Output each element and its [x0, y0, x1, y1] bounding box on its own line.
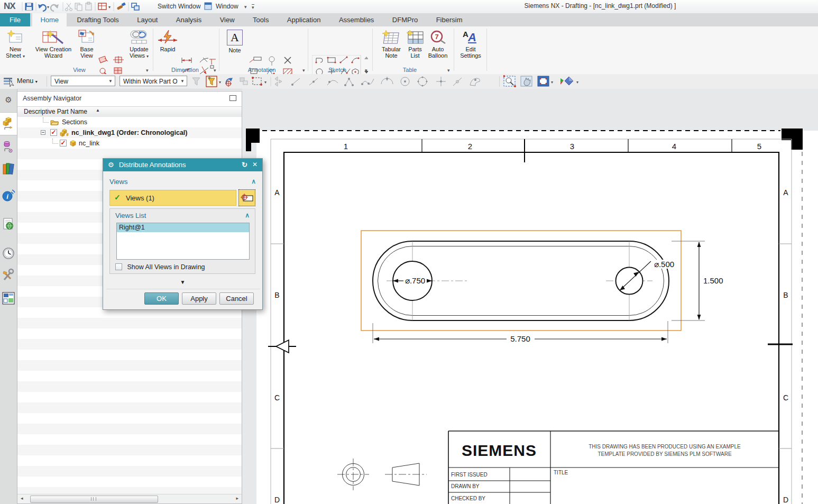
annotation-group-dialog-launcher-icon[interactable]: ▾	[302, 68, 305, 73]
update-views-button[interactable]: Update Views ▾	[127, 30, 151, 60]
snap-point-icon[interactable]	[225, 78, 233, 87]
views-section-collapse-icon[interactable]: ∧	[251, 178, 256, 185]
sketch-scroll-up-icon[interactable]	[364, 57, 368, 59]
chamfer-dimension-icon[interactable]	[200, 58, 208, 62]
select-view-button[interactable]	[238, 189, 255, 206]
dialog-reset-icon[interactable]: ↻	[242, 161, 247, 169]
show-all-checkbox[interactable]	[115, 263, 122, 270]
cancel-button[interactable]: Cancel	[219, 292, 254, 305]
table-group-dialog-launcher-icon[interactable]: ▾	[447, 68, 450, 73]
end-point-snap-icon[interactable]	[291, 78, 300, 86]
dialog-close-icon[interactable]: ✕	[252, 161, 258, 168]
base-view-button[interactable]: Base View	[77, 30, 96, 59]
tree-row-nc-link[interactable]: ✓ nc_link	[17, 138, 242, 149]
balloon-icon[interactable]	[269, 57, 274, 66]
tab-assemblies[interactable]: Assemblies	[331, 13, 382, 26]
tab-dfmpro[interactable]: DFMPro	[384, 13, 426, 26]
views-section-label[interactable]: Views	[109, 178, 127, 186]
sketch-group-dialog-launcher-icon[interactable]: ▾	[365, 68, 367, 73]
view-group-dialog-launcher-icon[interactable]: ▾	[146, 68, 149, 73]
tab-tools[interactable]: Tools	[245, 13, 277, 26]
rapid-dimension-button[interactable]: Rapid	[157, 30, 179, 52]
window-layout-icon[interactable]	[0, 289, 17, 308]
horizontal-scrollbar[interactable]: ◂ ▸	[17, 494, 242, 503]
views-list-collapse-icon[interactable]: ∧	[245, 212, 250, 219]
new-sheet-button[interactable]: New Sheet ▾	[3, 30, 27, 60]
filter-dropdown-icon[interactable]: ▾	[219, 80, 221, 85]
undo-icon[interactable]	[38, 4, 46, 11]
views-listbox[interactable]: Right@1	[116, 223, 250, 260]
format-brush-icon[interactable]	[117, 2, 126, 10]
panel-maximize-icon[interactable]	[229, 95, 236, 101]
fit-view-icon[interactable]	[538, 76, 549, 86]
system-tools-icon[interactable]	[0, 265, 17, 285]
marquee-select-icon[interactable]	[252, 77, 262, 86]
list-item-right-view[interactable]: Right@1	[117, 223, 249, 232]
snap-point-filter-icon[interactable]	[206, 76, 217, 87]
export-dropdown-icon[interactable]: ▾	[108, 5, 111, 10]
tab-layout[interactable]: Layout	[129, 13, 166, 26]
zoom-icon[interactable]	[503, 75, 516, 87]
export-displayed-part-icon[interactable]	[98, 3, 106, 10]
scroll-left-icon[interactable]: ◂	[21, 496, 23, 501]
auto-balloon-button[interactable]: 7 Auto Balloon	[425, 30, 451, 59]
tab-view[interactable]: View	[212, 13, 243, 26]
constraint-navigator-icon[interactable]	[0, 139, 17, 155]
linear-dimension-icon[interactable]	[182, 58, 191, 63]
rectangle-icon[interactable]	[327, 57, 336, 63]
arc-center-snap-icon[interactable]	[401, 77, 409, 86]
touch-explorer-icon[interactable]: i	[0, 186, 17, 205]
view-selector-dropdown-icon[interactable]: ▼	[108, 76, 113, 87]
web-browser-icon[interactable]	[0, 215, 17, 234]
selection-scope-dropdown-icon[interactable]: ▼	[180, 76, 185, 87]
line-icon[interactable]	[339, 56, 347, 63]
tab-drafting-tools[interactable]: Drafting Tools	[69, 13, 127, 26]
view-align-icon[interactable]	[113, 56, 124, 63]
marquee-dropdown-icon[interactable]: ▾	[264, 80, 266, 85]
leader-icon[interactable]	[250, 57, 261, 62]
undo-dropdown-icon[interactable]: ▾	[47, 5, 49, 10]
selection-scope-combo[interactable]: Within Work Part O ▼	[120, 76, 187, 86]
point-on-surface-snap-icon[interactable]	[470, 78, 480, 86]
intersection-snap-icon[interactable]	[436, 77, 446, 86]
column-header-descriptive-part-name[interactable]: Descriptive Part Name ▲	[17, 106, 242, 117]
tab-home[interactable]: Home	[32, 13, 67, 26]
render-style-dropdown-icon[interactable]: ▾	[576, 80, 578, 85]
tree-row-sections[interactable]: Sections	[17, 117, 242, 127]
scroll-right-icon[interactable]: ▸	[236, 496, 238, 501]
node-snap-icon[interactable]	[344, 78, 354, 86]
dialog-more-options-arrow[interactable]: ▼	[103, 279, 262, 285]
edit-settings-button[interactable]: A A Edit Settings	[458, 30, 483, 59]
quadrant-snap-icon[interactable]	[381, 77, 393, 84]
point-on-curve-snap-icon[interactable]	[453, 78, 462, 86]
tab-file[interactable]: File	[0, 13, 30, 26]
pan-icon[interactable]	[521, 76, 532, 86]
window-menu-icon[interactable]	[204, 2, 213, 11]
views-list-label[interactable]: Views List	[115, 212, 146, 219]
history-clock-icon[interactable]	[0, 244, 17, 262]
arc-icon[interactable]	[351, 57, 359, 63]
tab-analysis[interactable]: Analysis	[168, 13, 209, 26]
parts-list-button[interactable]: Parts List	[405, 30, 425, 59]
tab-application[interactable]: Application	[279, 13, 329, 26]
profile-icon[interactable]	[315, 58, 323, 63]
assembly-navigator-tab[interactable]	[0, 112, 17, 135]
circle-snap-icon[interactable]	[417, 76, 427, 86]
tabular-note-button[interactable]: Tabular Note	[378, 30, 405, 59]
apply-button[interactable]: Apply	[182, 292, 216, 305]
mid-point-snap-icon[interactable]	[309, 78, 318, 85]
window-dropdown-icon[interactable]: ▾	[244, 4, 247, 10]
switch-window-button[interactable]: Switch Window	[158, 3, 200, 10]
collapse-expander-icon[interactable]: −	[41, 130, 45, 135]
scrollbar-thumb[interactable]	[30, 496, 158, 503]
dialog-title-bar[interactable]: ⚙ Distribute Annotations ↻ ✕	[103, 159, 262, 171]
show-all-views-row[interactable]: Show All Views in Drawing	[115, 263, 205, 271]
dimension-group-dialog-launcher-icon[interactable]: ▾	[214, 68, 216, 73]
window-menu-button[interactable]: Window	[216, 3, 238, 10]
sort-ascending-icon[interactable]: ▲	[96, 108, 100, 113]
pole-snap-icon[interactable]	[361, 79, 374, 85]
drawing-canvas[interactable]: 1 2 3 4 5 A B C D A B C D	[242, 89, 818, 504]
tab-fibersim[interactable]: Fibersim	[428, 13, 471, 26]
menu-button[interactable]: Menu ▾	[17, 77, 38, 85]
switch-window-icon[interactable]	[132, 3, 139, 10]
